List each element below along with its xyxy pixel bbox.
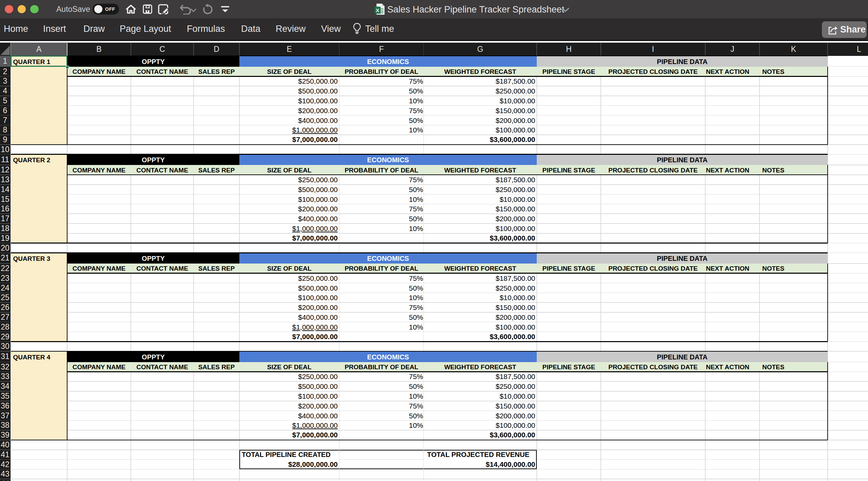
svg-text:X: X (376, 7, 379, 13)
